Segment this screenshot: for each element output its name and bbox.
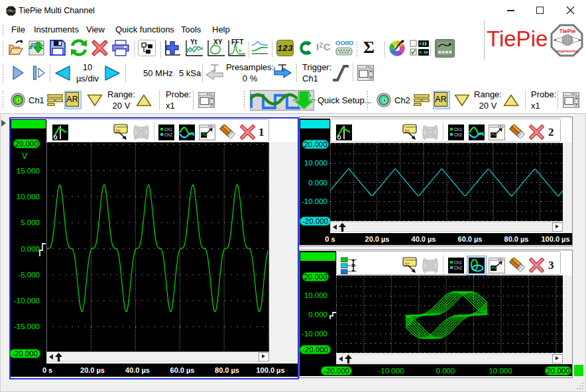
svg-text:Ch1: Ch1 <box>454 260 462 265</box>
svg-text:Yt: Yt <box>190 38 198 46</box>
svg-text:FFT: FFT <box>231 38 243 46</box>
svg-text:Ch2: Ch2 <box>454 132 462 137</box>
svg-text:OOIIO: OOIIO <box>335 39 353 46</box>
svg-text:engineering: engineering <box>557 49 579 53</box>
svg-text:Ch1: Ch1 <box>164 127 172 132</box>
svg-text:123: 123 <box>277 44 293 54</box>
svg-text:Ch2: Ch2 <box>164 132 172 137</box>
svg-text:Text: Text <box>404 128 410 132</box>
svg-text:Ch2: Ch2 <box>454 266 462 270</box>
svg-text:Text: Text <box>404 262 410 265</box>
svg-text:XY: XY <box>213 38 223 46</box>
svg-text:Text: Text <box>115 128 121 132</box>
svg-text:Ch1: Ch1 <box>454 127 462 132</box>
svg-text:TiePie: TiePie <box>559 28 576 34</box>
